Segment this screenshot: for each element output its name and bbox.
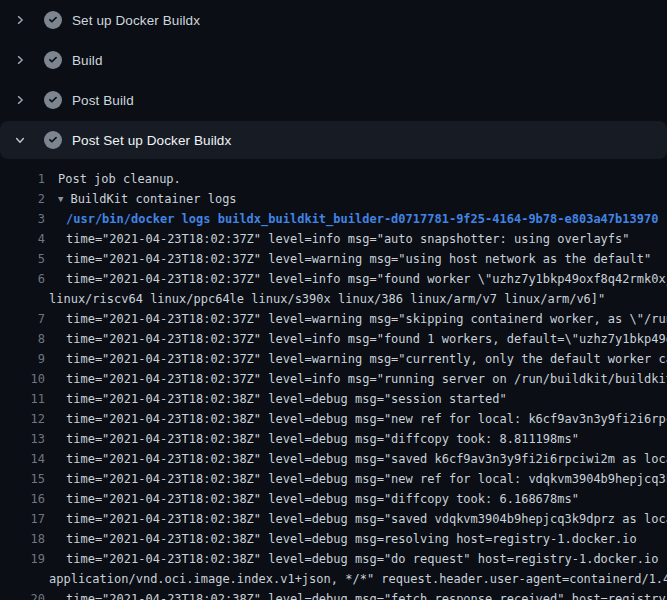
log-line-number	[0, 289, 45, 309]
log-line-text: linux/riscv64 linux/ppc64le linux/s390x …	[49, 289, 605, 309]
log-line: application/vnd.oci.image.index.v1+json,…	[0, 569, 667, 589]
log-line-number[interactable]: 13	[0, 429, 45, 449]
log-line: 14time="2021-04-23T18:02:38Z" level=debu…	[0, 449, 667, 469]
step-label: Post Build	[72, 93, 134, 108]
log-line: 1Post job cleanup.	[0, 169, 667, 189]
log-line: 10time="2021-04-23T18:02:37Z" level=info…	[0, 369, 667, 389]
log-line-text: time="2021-04-23T18:02:37Z" level=warnin…	[66, 249, 651, 269]
log-line: 16time="2021-04-23T18:02:38Z" level=debu…	[0, 489, 667, 509]
log-line: 5time="2021-04-23T18:02:37Z" level=warni…	[0, 249, 667, 269]
log-line-number[interactable]: 8	[0, 329, 45, 349]
log-line-number[interactable]: 5	[0, 249, 45, 269]
log-line: 18time="2021-04-23T18:02:38Z" level=debu…	[0, 529, 667, 549]
log-line-text: time="2021-04-23T18:02:37Z" level=warnin…	[66, 309, 667, 329]
log-line-text: time="2021-04-23T18:02:38Z" level=debug …	[66, 409, 667, 429]
log-line-number[interactable]: 19	[0, 549, 45, 569]
log-line: 17time="2021-04-23T18:02:38Z" level=debu…	[0, 509, 667, 529]
step-label: Build	[72, 53, 103, 68]
chevron-right-icon[interactable]	[12, 12, 28, 28]
log-line: 20time="2021-04-23T18:02:38Z" level=debu…	[0, 589, 667, 600]
log-line-text: time="2021-04-23T18:02:37Z" level=info m…	[66, 329, 667, 349]
log-line: 7time="2021-04-23T18:02:37Z" level=warni…	[0, 309, 667, 329]
log-line-text: time="2021-04-23T18:02:38Z" level=debug …	[66, 489, 579, 509]
log-group-label: BuildKit container logs	[70, 192, 236, 206]
log-line-number[interactable]: 6	[0, 269, 45, 289]
log-area: 1Post job cleanup.2▼BuildKit container l…	[0, 159, 667, 600]
log-line-number[interactable]: 14	[0, 449, 45, 469]
log-line: 8time="2021-04-23T18:02:37Z" level=info …	[0, 329, 667, 349]
log-line-text: time="2021-04-23T18:02:38Z" level=debug …	[66, 429, 579, 449]
step-header-setup-docker-buildx[interactable]: Set up Docker Buildx	[0, 0, 667, 40]
chevron-right-icon[interactable]	[12, 92, 28, 108]
log-line-number[interactable]: 17	[0, 509, 45, 529]
log-line-text: Post job cleanup.	[58, 169, 181, 189]
check-circle-icon	[44, 91, 62, 109]
log-line: 13time="2021-04-23T18:02:38Z" level=debu…	[0, 429, 667, 449]
log-line-text: time="2021-04-23T18:02:38Z" level=debug …	[66, 589, 667, 600]
job-steps-list: Set up Docker Buildx Build Post Build Po…	[0, 0, 667, 159]
log-line: linux/riscv64 linux/ppc64le linux/s390x …	[0, 289, 667, 309]
log-line-text: time="2021-04-23T18:02:38Z" level=debug …	[66, 529, 637, 549]
log-command-text: /usr/bin/docker logs buildx_buildkit_bui…	[66, 209, 658, 229]
step-label: Set up Docker Buildx	[72, 13, 200, 28]
log-line: 6time="2021-04-23T18:02:37Z" level=info …	[0, 269, 667, 289]
log-line-number[interactable]: 3	[0, 209, 45, 229]
triangle-down-icon[interactable]: ▼	[58, 189, 63, 209]
log-line: 12time="2021-04-23T18:02:38Z" level=debu…	[0, 409, 667, 429]
log-line-text: time="2021-04-23T18:02:38Z" level=debug …	[66, 509, 667, 529]
check-circle-icon	[44, 131, 62, 149]
log-line: 9time="2021-04-23T18:02:37Z" level=warni…	[0, 349, 667, 369]
log-line-number[interactable]: 12	[0, 409, 45, 429]
step-label: Post Set up Docker Buildx	[72, 133, 231, 148]
log-line-number[interactable]: 4	[0, 229, 45, 249]
log-line-text: time="2021-04-23T18:02:37Z" level=info m…	[66, 369, 667, 389]
log-line-text: time="2021-04-23T18:02:37Z" level=warnin…	[66, 349, 667, 369]
log-line-number[interactable]: 15	[0, 469, 45, 489]
log-line: 2▼BuildKit container logs	[0, 189, 667, 209]
chevron-down-icon[interactable]	[12, 132, 28, 148]
log-line-number[interactable]: 10	[0, 369, 45, 389]
log-line: 19time="2021-04-23T18:02:38Z" level=debu…	[0, 549, 667, 569]
log-line-number[interactable]: 1	[0, 169, 45, 189]
log-line: 3/usr/bin/docker logs buildx_buildkit_bu…	[0, 209, 667, 229]
log-line: 4time="2021-04-23T18:02:37Z" level=info …	[0, 229, 667, 249]
log-line-text: time="2021-04-23T18:02:38Z" level=debug …	[66, 549, 667, 569]
log-line-number[interactable]: 7	[0, 309, 45, 329]
chevron-right-icon[interactable]	[12, 52, 28, 68]
step-header-post-build[interactable]: Post Build	[0, 80, 667, 120]
log-line-text: time="2021-04-23T18:02:38Z" level=debug …	[66, 389, 507, 409]
log-line-text: time="2021-04-23T18:02:37Z" level=info m…	[66, 269, 667, 289]
log-line-number[interactable]: 16	[0, 489, 45, 509]
log-line-text: application/vnd.oci.image.index.v1+json,…	[49, 569, 667, 589]
log-line-number[interactable]: 20	[0, 589, 45, 600]
log-line-number[interactable]: 11	[0, 389, 45, 409]
log-line-number[interactable]: 9	[0, 349, 45, 369]
log-line-number[interactable]: 18	[0, 529, 45, 549]
log-line: 11time="2021-04-23T18:02:38Z" level=debu…	[0, 389, 667, 409]
log-line-number	[0, 569, 45, 589]
step-header-build[interactable]: Build	[0, 40, 667, 80]
check-circle-icon	[44, 51, 62, 69]
log-line-text: time="2021-04-23T18:02:38Z" level=debug …	[66, 449, 667, 469]
log-group-header[interactable]: ▼BuildKit container logs	[58, 189, 237, 209]
check-circle-icon	[44, 11, 62, 29]
log-line-text: time="2021-04-23T18:02:38Z" level=debug …	[66, 469, 667, 489]
log-line: 15time="2021-04-23T18:02:38Z" level=debu…	[0, 469, 667, 489]
log-line-number[interactable]: 2	[0, 189, 45, 209]
log-line-text: time="2021-04-23T18:02:37Z" level=info m…	[66, 229, 630, 249]
step-header-post-setup-docker-buildx[interactable]: Post Set up Docker Buildx	[0, 121, 667, 159]
